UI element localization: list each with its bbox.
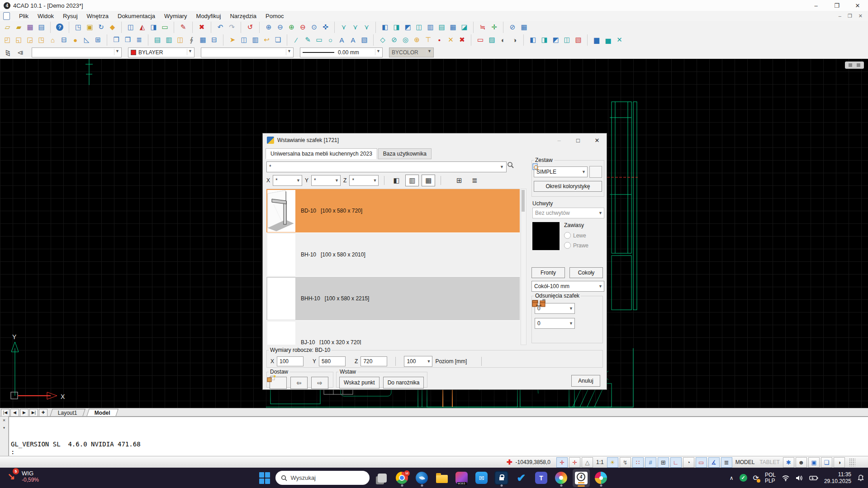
redraw-button[interactable]: ↺ (241, 22, 256, 33)
list-scrollbar[interactable] (521, 189, 526, 345)
erase-button[interactable]: ✖ (192, 22, 208, 33)
move-x-button[interactable]: ✕ (445, 34, 456, 46)
node-add-button[interactable]: ⊕ (411, 34, 422, 46)
list-view-button[interactable]: ≣ (468, 175, 481, 186)
style-brush-button[interactable]: ✎ (174, 22, 189, 33)
undo-button[interactable]: ↶ (211, 22, 226, 33)
windows-stack-button[interactable]: ❏ (821, 457, 832, 468)
column-tool-button[interactable]: ● (70, 34, 81, 46)
chrome-icon[interactable]: M (394, 469, 411, 487)
view-front-mode-button[interactable]: ▦ (422, 175, 435, 186)
find-annotate-button[interactable]: ⊘ (503, 22, 518, 33)
antivirus-icon[interactable]: ✓ (740, 474, 747, 482)
m365-icon[interactable]: M365 (453, 469, 470, 487)
zestaw-select[interactable]: SIMPLE▼ (534, 166, 588, 177)
view-elevation-button[interactable]: ◧ (390, 175, 403, 186)
viewport-cascade-button[interactable]: ◪ (459, 22, 470, 33)
thunderbird-icon[interactable] (413, 469, 431, 487)
tray-chevron-icon[interactable]: ∧ (730, 475, 734, 481)
copy-doc2-button[interactable]: ❒ (122, 34, 133, 46)
menu-item[interactable]: Dokumentacja (113, 12, 160, 20)
layout-nav-button[interactable]: ✚ (39, 409, 47, 417)
cokol-select[interactable]: Cokół-100 mm▼ (531, 281, 604, 292)
search-filter-combo[interactable]: *▼ (266, 161, 507, 172)
linetype-select[interactable]: ▼ (201, 47, 294, 57)
section-tool-button[interactable]: ⊟ (58, 34, 70, 46)
menu-item[interactable]: Pomoc (261, 12, 288, 20)
scrollbar-thumb[interactable] (522, 190, 525, 212)
corel-icon[interactable] (553, 469, 570, 487)
grid-display-toggle[interactable]: # (645, 457, 656, 468)
offset-cabinet-select[interactable]: 0▼ (535, 318, 575, 329)
wifi-icon[interactable] (782, 475, 790, 481)
menu-item[interactable]: Plik (14, 12, 33, 20)
shift-right-button[interactable]: ⇨ (311, 377, 328, 389)
dim-z-input[interactable]: 720 (360, 356, 387, 366)
kolorystyka-button[interactable]: Określ kolorystykę (534, 181, 602, 192)
menu-item[interactable]: Modyfikuj (192, 12, 226, 20)
roof-tool-button[interactable]: ⌂ (47, 34, 58, 46)
command-close-icon[interactable]: ✕ (3, 417, 5, 422)
viewport-horizontal-button[interactable]: ▥ (425, 22, 436, 33)
dim-x-input[interactable]: 100 (277, 356, 304, 366)
tsquare-tool-button[interactable]: ⊤ (422, 34, 434, 46)
layer-states-toggle[interactable]: ≣ (721, 457, 732, 468)
task-view-icon[interactable] (374, 469, 391, 487)
snap-dots-toggle[interactable]: ∷ (632, 457, 644, 468)
phase-b-button[interactable]: ◑ (509, 34, 520, 46)
panel-c-button[interactable]: ◩ (550, 34, 561, 46)
text-tool-button[interactable]: A (336, 34, 347, 46)
dostaw-mode-button[interactable] (270, 377, 287, 389)
viewport-four-button[interactable]: ◫ (413, 22, 425, 33)
menu-item[interactable]: Wnętrza (82, 12, 113, 20)
layout-nav-button[interactable]: |◀ (1, 409, 9, 417)
circle-tool-button[interactable]: ○ (325, 34, 336, 46)
print-button[interactable]: ▤ (36, 22, 47, 33)
mail-icon[interactable]: ✉ (473, 469, 490, 487)
viewport-two-button[interactable]: ◨ (391, 22, 402, 33)
viewport-grid-button[interactable]: ▦ (447, 22, 459, 33)
window-element-button[interactable]: ◫ (175, 34, 186, 46)
mdi-minimize-button[interactable]: – (839, 13, 841, 19)
view-plan-button[interactable]: ▥ (405, 175, 419, 186)
measure-add-button[interactable]: ✛ (489, 22, 500, 33)
new-file-button[interactable]: ▱ (2, 22, 13, 33)
zoom-window-button[interactable]: ⊙ (308, 22, 320, 33)
cabinet-list-item[interactable]: BHH-10[100 x 580 x 2215] (266, 277, 520, 321)
mdi-close-button[interactable]: ✕ (859, 13, 863, 19)
taskbar-search[interactable]: Wyszukaj (275, 471, 370, 485)
menu-item[interactable]: Wymiary (160, 12, 191, 20)
chart-button[interactable]: ▆ (587, 34, 602, 46)
text-italic-button[interactable]: A (347, 34, 359, 46)
sheet-copy-button[interactable]: ❏ (272, 34, 284, 46)
ortho-toggle[interactable]: ∟ (670, 457, 682, 468)
uchwyty-select[interactable]: Bez uchwytów▼ (532, 208, 604, 218)
y-filter-select[interactable]: *▼ (311, 175, 341, 186)
corner-tool-button[interactable]: ◲ (24, 34, 36, 46)
cad4-icon[interactable]: 4 (573, 469, 590, 487)
teams-icon[interactable]: T (533, 469, 550, 487)
wall-tool-button[interactable]: ◰ (2, 34, 13, 46)
tab-layout1[interactable]: Layout1 (50, 409, 85, 417)
open-file-button[interactable]: ▰ (13, 22, 24, 33)
menu-item[interactable]: Narzędzia (225, 12, 261, 20)
viewport-toggle[interactable]: ▭ (696, 457, 707, 468)
zoom-reduce-button[interactable]: ⊖ (297, 22, 308, 33)
point-snap-toggle[interactable]: ✛ (569, 457, 580, 468)
sync-icon[interactable]: ⟳ (753, 474, 759, 482)
command-expand-icon[interactable]: ▾ (3, 425, 5, 430)
attachment-button[interactable]: ∮ (186, 34, 197, 46)
settings-gear-button[interactable]: ✱ (783, 457, 794, 468)
hatch-tool-button[interactable]: ▨ (486, 34, 498, 46)
tab-universal-base[interactable]: Uniwersalna baza mebli kuchennych 2023 (266, 148, 377, 159)
worktop-tool-button[interactable]: ◳ (36, 34, 47, 46)
polyline-tool-button[interactable]: ✎ (302, 34, 313, 46)
user-button[interactable]: ☻ (796, 457, 807, 468)
region-button[interactable]: ◆ (107, 22, 118, 33)
panel-a-button[interactable]: ◧ (523, 34, 539, 46)
clock[interactable]: 11:35 29.10.2025 (824, 471, 851, 485)
drawing-canvas[interactable]: Y X Wstawianie szafek [1721] – □ ✕ Uniwe… (0, 59, 868, 408)
mdi-restore-button[interactable]: ❐ (848, 13, 852, 19)
trim-button[interactable]: ▭ (159, 22, 171, 33)
target-tool-button[interactable]: ◎ (400, 34, 411, 46)
